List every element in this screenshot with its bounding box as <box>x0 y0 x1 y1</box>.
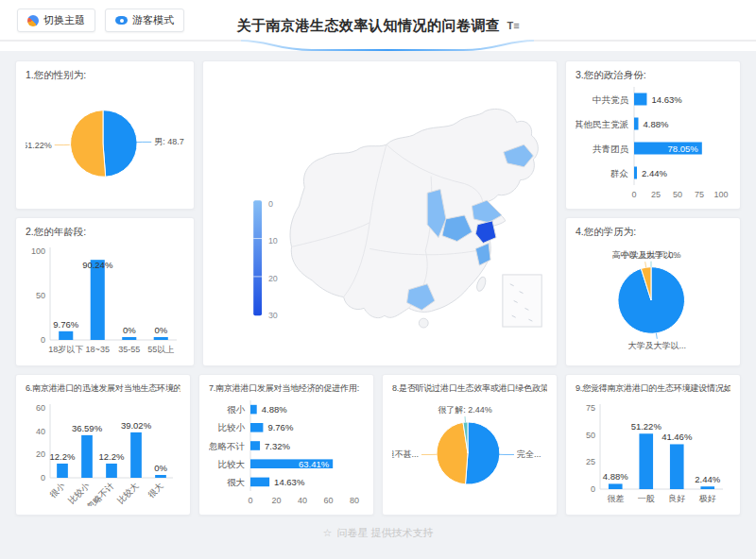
svg-text:100: 100 <box>713 190 728 199</box>
age-bar-chart[interactable]: 0501009.76%18岁以下90.24%18~350%35-550%55以上 <box>26 238 184 357</box>
harm-degree-card: 6.南京港港口的迅速发展对当地生态环境的危害程度: 020406012.2%很小… <box>15 374 191 516</box>
policy-awareness-card: 8.是否听说过港口生态效率或港口绿色政策? 完全...有，但不甚...很了解: … <box>382 374 558 516</box>
guest-mode-label: 游客模式 <box>132 13 174 27</box>
map-card: 0 10 20 30 <box>202 60 558 366</box>
svg-text:比较大: 比较大 <box>218 459 246 469</box>
svg-text:4.88%: 4.88% <box>262 404 287 415</box>
svg-text:很了解: 2.44%: 很了解: 2.44% <box>438 405 492 415</box>
political-identity-hbar-chart[interactable]: 0255075100中共党员14.63%其他民主党派4.88%共青团员78.05… <box>576 81 730 200</box>
star-icon: ☆ <box>323 527 333 539</box>
economy-promotion-card: 7.南京港港口发展对当地经济的促进作用: 020406080很小4.88%比较小… <box>198 374 374 516</box>
text-filter-icon[interactable]: T≡ <box>507 20 519 31</box>
svg-text:12.2%: 12.2% <box>99 451 125 462</box>
svg-text:35-55: 35-55 <box>118 345 140 354</box>
svg-text:2.44%: 2.44% <box>642 168 667 178</box>
theme-switch-button[interactable]: 切换主题 <box>17 8 95 32</box>
svg-text:63.41%: 63.41% <box>299 459 330 469</box>
svg-text:60: 60 <box>36 403 45 413</box>
svg-text:0%: 0% <box>154 463 167 473</box>
svg-text:忽略不计: 忽略不计 <box>209 441 246 451</box>
education-pie-chart[interactable]: 大学及大学以...高中以上大学以...小学及以下: 0% <box>576 238 730 357</box>
gender-card-title: 1.您的性别为: <box>26 69 184 81</box>
svg-text:男: 48.78%: 男: 48.78% <box>154 137 184 146</box>
svg-text:小学及以下: 0%: 小学及以下: 0% <box>620 250 680 260</box>
policy-awareness-card-title: 8.是否听说过港口生态效率或港口绿色政策? <box>392 382 547 395</box>
svg-text:很大: 很大 <box>146 481 165 500</box>
svg-text:75: 75 <box>695 190 704 199</box>
svg-text:很小: 很小 <box>227 404 246 415</box>
guest-mode-button[interactable]: 游客模式 <box>105 8 184 32</box>
svg-text:很小: 很小 <box>48 481 67 500</box>
svg-text:78.05%: 78.05% <box>668 144 699 154</box>
svg-text:0: 0 <box>591 484 595 494</box>
economy-promotion-hbar-chart[interactable]: 020406080很小4.88%比较小9.76%忽略不计7.32%比较大63.4… <box>209 395 364 506</box>
eco-construction-card: 9.您觉得南京港港口的生态环境建设情况如何: 02550754.88%很差51.… <box>565 374 741 516</box>
svg-text:一般: 一般 <box>638 494 655 503</box>
svg-text:中共党员: 中共党员 <box>593 94 629 105</box>
svg-text:完全...: 完全... <box>517 449 541 459</box>
svg-text:75: 75 <box>586 403 595 413</box>
svg-text:40: 40 <box>36 427 45 436</box>
svg-text:36.59%: 36.59% <box>72 423 103 433</box>
gender-pie-chart[interactable]: 男: 48.78%女: 51.22% <box>26 81 184 200</box>
china-outline <box>290 109 538 317</box>
palette-icon <box>27 15 39 26</box>
svg-text:12.2%: 12.2% <box>50 451 76 462</box>
svg-text:4.88%: 4.88% <box>643 119 668 129</box>
svg-text:有，但不甚...: 有，但不甚... <box>392 449 419 459</box>
svg-text:55以上: 55以上 <box>147 345 174 354</box>
svg-text:50: 50 <box>586 431 595 440</box>
age-card-title: 2.您的年龄段: <box>26 226 184 238</box>
svg-text:比较大: 比较大 <box>115 481 140 505</box>
svg-text:4.88%: 4.88% <box>603 471 628 482</box>
page-title: 关于南京港生态效率认知情况的问卷调查 <box>236 17 500 35</box>
svg-text:其他民主党派: 其他民主党派 <box>576 119 629 129</box>
economy-promotion-card-title: 7.南京港港口发展对当地经济的促进作用: <box>209 382 364 395</box>
footer: ☆ 问卷星 提供技术支持 <box>0 516 756 550</box>
svg-text:40: 40 <box>298 496 307 505</box>
south-china-sea-inset <box>503 275 541 327</box>
svg-text:14.63%: 14.63% <box>651 94 682 105</box>
age-card: 2.您的年龄段: 0501009.76%18岁以下90.24%18~350%35… <box>15 217 195 366</box>
svg-text:80: 80 <box>350 496 359 505</box>
eco-construction-card-title: 9.您觉得南京港港口的生态环境建设情况如何: <box>576 382 730 395</box>
svg-text:0: 0 <box>248 496 252 505</box>
harm-degree-card-title: 6.南京港港口的迅速发展对当地生态环境的危害程度: <box>26 382 180 395</box>
header-buttons: 切换主题 游客模式 <box>17 8 184 32</box>
svg-text:大学及大学以...: 大学及大学以... <box>628 341 687 350</box>
svg-text:9.76%: 9.76% <box>267 422 293 432</box>
china-map[interactable]: 0 10 20 30 <box>207 65 553 362</box>
dashboard-main: 1.您的性别为: 男: 48.78%女: 51.22% <box>0 51 756 516</box>
svg-text:0: 0 <box>631 190 636 199</box>
political-identity-card: 3.您的政治身份: 0255075100中共党员14.63%其他民主党派4.88… <box>565 60 741 210</box>
svg-text:20: 20 <box>268 274 278 283</box>
svg-text:0%: 0% <box>123 325 136 335</box>
svg-text:39.02%: 39.02% <box>121 420 152 431</box>
svg-text:18岁以下: 18岁以下 <box>48 345 83 354</box>
svg-text:群众: 群众 <box>610 168 628 178</box>
svg-text:14.63%: 14.63% <box>274 477 305 487</box>
svg-text:很差: 很差 <box>607 494 624 503</box>
footer-text: 问卷星 提供技术支持 <box>336 526 433 540</box>
svg-text:9.76%: 9.76% <box>53 319 78 330</box>
svg-text:很大: 很大 <box>227 477 246 487</box>
svg-text:7.32%: 7.32% <box>265 441 290 451</box>
svg-text:忽略不计: 忽略不计 <box>84 481 115 506</box>
eye-icon <box>115 16 128 25</box>
theme-switch-label: 切换主题 <box>43 13 85 27</box>
svg-text:0: 0 <box>41 473 45 483</box>
svg-text:50: 50 <box>36 291 45 300</box>
eco-construction-bar-chart[interactable]: 02550754.88%很差51.22%一般41.46%良好2.44%极好 <box>576 395 730 506</box>
svg-text:20: 20 <box>36 449 45 459</box>
gender-card: 1.您的性别为: 男: 48.78%女: 51.22% <box>15 60 195 210</box>
svg-text:25: 25 <box>586 457 595 466</box>
harm-degree-bar-chart[interactable]: 020406012.2%很小36.59%比较小12.2%忽略不计39.02%比较… <box>26 395 180 506</box>
svg-text:60: 60 <box>323 496 333 505</box>
policy-awareness-pie-chart[interactable]: 完全...有，但不甚...很了解: 2.44% <box>392 395 547 506</box>
svg-text:51.22%: 51.22% <box>631 421 662 432</box>
svg-text:0: 0 <box>41 335 45 345</box>
svg-text:50: 50 <box>673 190 682 199</box>
svg-text:20: 20 <box>271 496 281 505</box>
svg-text:极好: 极好 <box>699 494 716 503</box>
svg-text:女: 51.22%: 女: 51.22% <box>26 141 52 150</box>
